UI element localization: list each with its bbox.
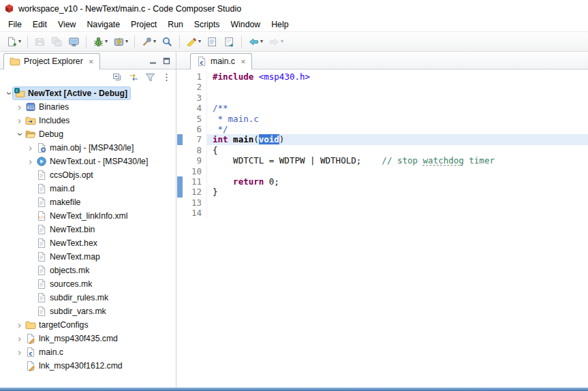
maximize-panel-button[interactable] [162, 57, 171, 65]
close-project-explorer-button[interactable]: ✕ [89, 58, 94, 65]
annotation-column [176, 155, 185, 166]
open-document-button[interactable] [204, 34, 220, 50]
debug-icon [93, 36, 104, 48]
debug-button[interactable]: ▾ [91, 34, 110, 50]
new-file-button[interactable]: ▾ [4, 34, 23, 50]
menu-help[interactable]: Help [266, 18, 294, 31]
code-line-12[interactable]: 12} [176, 187, 588, 197]
code-line-7[interactable]: 7int main(void) [176, 134, 588, 144]
tree-item-newtext-linkinfo-xml[interactable]: </>NewText_linkInfo.xml [0, 209, 176, 223]
expander-closed-icon[interactable]: › [15, 320, 24, 330]
tree-item-label: main.c [39, 347, 63, 357]
tree-item-main-d[interactable]: main.d [0, 182, 176, 196]
window-title: workspace_v10 - NewText/main.c - Code Co… [18, 4, 241, 14]
expander-open-icon[interactable]: › [16, 130, 25, 139]
tree-item-newtext-hex[interactable]: NewText.hex [0, 236, 176, 250]
new-file-dropdown-caret[interactable]: ▾ [18, 39, 21, 44]
tree-item-subdir-rules-mk[interactable]: subdir_rules.mk [0, 291, 176, 304]
annotation-column [176, 93, 185, 103]
back-dropdown-caret[interactable]: ▾ [260, 39, 263, 44]
code-line-14[interactable]: 14 [176, 208, 588, 218]
minimize-panel-button[interactable] [149, 57, 157, 65]
menu-window[interactable]: Window [225, 18, 266, 31]
tree-item-newtext-bin[interactable]: NewText.bin [0, 223, 176, 236]
project-explorer-tab-label: Project Explorer [24, 57, 83, 66]
new-target-configuration-button[interactable] [66, 34, 82, 50]
tree-item-label: main.d [50, 184, 75, 193]
flash-dropdown-caret[interactable]: ▾ [125, 39, 128, 44]
tree-item-targetconfigs[interactable]: ›targetConfigs [0, 318, 176, 332]
code-editor[interactable]: 1#include <msp430.h>234/**5 * main.c6 */… [176, 69, 588, 388]
tree-item-lnk-msp430f435-cmd[interactable]: ›lnk_msp430f435.cmd [0, 332, 176, 345]
flash-button[interactable]: ▾ [111, 34, 130, 50]
tree-item-main-obj-msp430-le[interactable]: ›main.obj - [MSP430/le] [0, 141, 176, 155]
highlight-button[interactable]: ▾ [184, 34, 203, 50]
menu-run[interactable]: Run [162, 18, 189, 31]
debug-dropdown-caret[interactable]: ▾ [105, 39, 108, 44]
tree-item-makefile[interactable]: makefile [0, 196, 176, 209]
tree-item-includes[interactable]: ›Includes [0, 114, 176, 127]
view-menu-button[interactable] [161, 72, 172, 82]
code-line-4[interactable]: 4/** [176, 103, 588, 113]
tools-dropdown-caret[interactable]: ▾ [153, 39, 156, 44]
expander-open-icon[interactable]: › [5, 89, 14, 98]
tools-button[interactable]: ▾ [139, 34, 158, 50]
tree-item-newtext-map[interactable]: NewText.map [0, 250, 176, 264]
tree-item-debug[interactable]: ›Debug [0, 127, 176, 141]
menu-edit[interactable]: Edit [27, 18, 52, 31]
expander-closed-icon[interactable]: › [15, 334, 24, 343]
tree-item-sources-mk[interactable]: sources.mk [0, 277, 176, 291]
back-button[interactable]: ▾ [246, 34, 265, 50]
menu-file[interactable]: File [3, 18, 27, 31]
search-button[interactable] [159, 34, 175, 50]
tree-item-subdir-vars-mk[interactable]: subdir_vars.mk [0, 304, 176, 318]
code-line-11[interactable]: 11 return 0; [176, 176, 588, 187]
code-line-2[interactable]: 2 [176, 82, 588, 92]
code-line-5[interactable]: 5 * main.c [176, 114, 588, 124]
tree-item-content: Includes [24, 114, 72, 127]
tree-item-objects-mk[interactable]: objects.mk [0, 264, 176, 277]
tree-item-content: lnk_msp430f1612.cmd [24, 360, 125, 372]
code-line-13[interactable]: 13 [176, 198, 588, 208]
tree-item-newtext-out-msp430-le[interactable]: ›NewText.out - [MSP430/le] [0, 155, 176, 168]
menu-project[interactable]: Project [125, 18, 162, 31]
file-icon [36, 170, 47, 181]
code-token [213, 176, 233, 187]
code-line-9[interactable]: 9 WDTCTL = WDTPW | WDTHOLD; // stop watc… [176, 155, 588, 166]
file-icon [36, 183, 47, 194]
code-text: int main(void) [206, 134, 588, 144]
svg-text:c: c [200, 59, 203, 66]
link-with-editor-button[interactable] [129, 72, 139, 82]
tree-item-lnk-msp430f1612-cmd[interactable]: lnk_msp430f1612.cmd [0, 359, 176, 373]
expander-closed-icon[interactable]: › [26, 143, 35, 153]
expander-closed-icon[interactable]: › [15, 116, 24, 125]
close-editor-tab-button[interactable]: ✕ [241, 58, 246, 65]
tree-item-newtext-active-debug[interactable]: ›cNewText [Active - Debug] [0, 87, 176, 100]
code-line-1[interactable]: 1#include <msp430.h> [176, 72, 588, 82]
code-line-6[interactable]: 6 */ [176, 124, 588, 134]
menu-scripts[interactable]: Scripts [189, 18, 226, 31]
collapse-all-button[interactable] [112, 72, 123, 82]
project-explorer-icon [10, 56, 20, 67]
open-document-alt-button[interactable] [221, 34, 237, 50]
highlight-dropdown-caret[interactable]: ▾ [198, 39, 201, 44]
tree-item-ccsobjs-opt[interactable]: ccsObjs.opt [0, 168, 176, 182]
code-token: // stop [382, 155, 422, 166]
expander-closed-icon[interactable]: › [15, 102, 24, 112]
code-line-3[interactable]: 3 [176, 93, 588, 103]
annotation-column [176, 166, 185, 176]
menu-navigate[interactable]: Navigate [81, 18, 125, 31]
main-c-tab[interactable]: c main.c ✕ [190, 53, 252, 69]
expander-closed-icon[interactable]: › [15, 347, 24, 357]
line-number: 11 [185, 176, 206, 187]
annotation-column [176, 134, 185, 144]
tree-item-main-c[interactable]: ›cmain.c [0, 345, 176, 359]
expander-closed-icon[interactable]: › [26, 157, 35, 166]
project-explorer-tab[interactable]: Project Explorer ✕ [3, 53, 100, 69]
filter-button[interactable] [145, 72, 155, 82]
menu-view[interactable]: View [52, 18, 81, 31]
tree-item-binaries[interactable]: ›011Binaries [0, 100, 176, 114]
code-line-8[interactable]: 8{ [176, 145, 588, 155]
code-line-10[interactable]: 10 [176, 166, 588, 176]
code-token: { [213, 145, 218, 155]
